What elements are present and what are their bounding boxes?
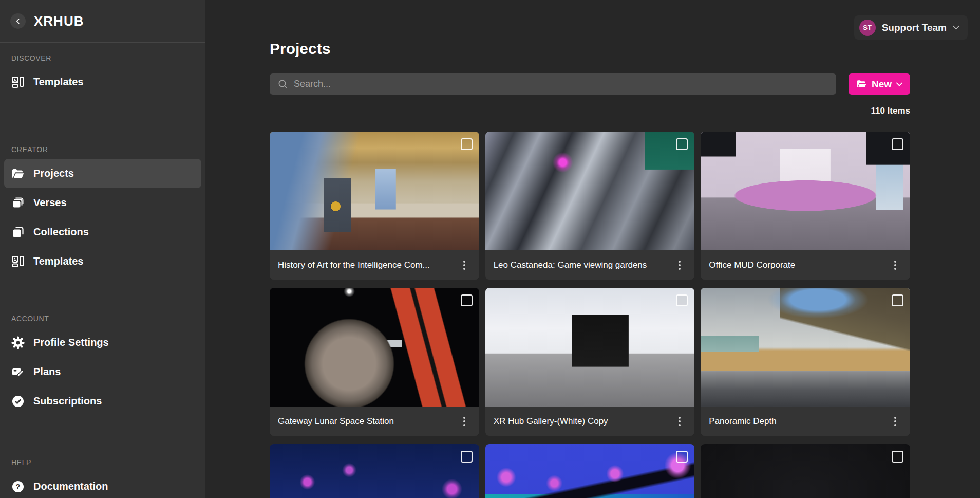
sidebar-item-label: Templates [33, 76, 83, 88]
sidebar-section-discover: DISCOVER Templates [0, 43, 205, 134]
sidebar-item-label: Collections [33, 226, 89, 238]
kebab-menu-icon[interactable] [889, 259, 902, 272]
card-title-bar: Gateway Lunar Space Station [270, 407, 479, 436]
sidebar-section-creator: CREATOR Projects Verses [0, 134, 205, 303]
section-label: ACCOUNT [11, 315, 201, 323]
card-select-checkbox[interactable] [461, 294, 473, 306]
svg-text:?: ? [16, 483, 21, 491]
project-card [701, 444, 910, 498]
card-select-checkbox[interactable] [892, 294, 903, 306]
sidebar-item-templates-discover[interactable]: Templates [4, 67, 201, 97]
project-card: Panoramic Depth [701, 288, 910, 436]
card-title-bar: Office MUD Corporate [701, 250, 910, 280]
templates-icon [11, 76, 25, 89]
card-title: XR Hub Gallery-(White) Copy [494, 416, 673, 427]
sidebar-item-documentation[interactable]: ? Documentation [4, 472, 201, 498]
card-title: Office MUD Corporate [709, 260, 889, 270]
section-label: CREATOR [11, 145, 201, 154]
section-label: HELP [11, 458, 201, 467]
kebab-menu-icon[interactable] [458, 259, 471, 272]
gear-icon [11, 336, 25, 349]
card-title-bar: Leo Castaneda: Game viewing gardens [485, 250, 695, 280]
sidebar-item-profile-settings[interactable]: Profile Settings [4, 328, 201, 357]
new-button[interactable]: New [849, 73, 910, 95]
project-card: Gateway Lunar Space Station [270, 288, 479, 436]
project-card: XR Hub Gallery-(White) Copy [485, 288, 695, 436]
card-title: Leo Castaneda: Game viewing gardens [494, 260, 673, 270]
sidebar-item-label: Subscriptions [33, 395, 102, 407]
kebab-menu-icon[interactable] [673, 259, 686, 272]
page-title: Projects [270, 40, 330, 58]
card-title-bar: History of Art for the Intelligence Com.… [270, 250, 479, 280]
section-label: DISCOVER [11, 54, 201, 62]
sidebar-item-label: Verses [33, 197, 67, 209]
chevron-down-icon [896, 82, 902, 86]
kebab-menu-icon[interactable] [673, 415, 686, 428]
items-count: 110 Items [270, 106, 910, 116]
search-icon [278, 79, 288, 89]
project-thumbnail[interactable] [701, 132, 910, 250]
projects-grid: History of Art for the Intelligence Com.… [270, 132, 910, 498]
card-select-checkbox[interactable] [461, 451, 473, 463]
project-card: Office MUD Corporate [701, 132, 910, 280]
search-input[interactable] [294, 79, 828, 89]
project-thumbnail[interactable] [270, 132, 479, 250]
search-box [270, 73, 836, 95]
project-card [270, 444, 479, 498]
chevron-down-icon [953, 25, 959, 30]
card-select-checkbox[interactable] [892, 138, 903, 150]
card-select-checkbox[interactable] [676, 138, 688, 150]
project-thumbnail[interactable] [701, 288, 910, 407]
sidebar-item-label: Plans [33, 366, 61, 378]
card-title-bar: XR Hub Gallery-(White) Copy [485, 407, 695, 436]
kebab-menu-icon[interactable] [458, 415, 471, 428]
kebab-menu-icon[interactable] [889, 415, 902, 428]
folder-icon [856, 79, 867, 89]
sidebar-item-plans[interactable]: Plans [4, 357, 201, 386]
user-menu-button[interactable]: ST Support Team [854, 15, 968, 40]
project-card [485, 444, 695, 498]
card-select-checkbox[interactable] [676, 294, 688, 306]
project-thumbnail[interactable] [485, 132, 695, 250]
chevron-left-icon [14, 17, 22, 25]
card-title-bar: Panoramic Depth [701, 407, 910, 436]
sidebar-item-projects[interactable]: Projects [4, 159, 201, 188]
verses-stack-icon [11, 196, 25, 210]
card-title: History of Art for the Intelligence Com.… [278, 260, 458, 270]
question-circle-icon: ? [11, 480, 25, 493]
card-select-checkbox[interactable] [461, 138, 473, 150]
sidebar-item-label: Projects [33, 168, 74, 179]
project-card: History of Art for the Intelligence Com.… [270, 132, 479, 280]
user-name: Support Team [882, 22, 947, 33]
project-thumbnail[interactable] [270, 444, 479, 498]
back-button[interactable] [10, 13, 26, 29]
sidebar: XRHUB DISCOVER Templates CREATOR [0, 0, 205, 498]
project-thumbnail[interactable] [485, 444, 695, 498]
sidebar-item-collections[interactable]: Collections [4, 217, 201, 247]
card-title: Panoramic Depth [709, 416, 889, 427]
new-button-label: New [872, 79, 892, 90]
plans-card-icon [11, 365, 25, 379]
avatar: ST [859, 20, 876, 36]
sidebar-item-label: Documentation [33, 481, 108, 492]
sidebar-section-help: HELP ? Documentation [0, 447, 205, 498]
sidebar-item-templates-creator[interactable]: Templates [4, 247, 201, 276]
project-card: Leo Castaneda: Game viewing gardens [485, 132, 695, 280]
card-select-checkbox[interactable] [892, 451, 903, 463]
project-thumbnail[interactable] [701, 444, 910, 498]
check-circle-icon [11, 395, 25, 408]
sidebar-header: XRHUB [0, 0, 205, 43]
sidebar-item-subscriptions[interactable]: Subscriptions [4, 386, 201, 416]
project-thumbnail[interactable] [485, 288, 695, 407]
toolbar: New [270, 73, 910, 95]
sidebar-item-label: Templates [33, 255, 83, 267]
sidebar-item-label: Profile Settings [33, 337, 109, 348]
card-select-checkbox[interactable] [676, 451, 688, 463]
sidebar-item-verses[interactable]: Verses [4, 188, 201, 217]
templates-icon [11, 255, 25, 268]
project-thumbnail[interactable] [270, 288, 479, 407]
main-content: ST Support Team Projects New 1 [205, 0, 980, 498]
collections-icon [11, 226, 25, 239]
card-title: Gateway Lunar Space Station [278, 416, 458, 427]
sidebar-section-account: ACCOUNT [0, 303, 205, 447]
